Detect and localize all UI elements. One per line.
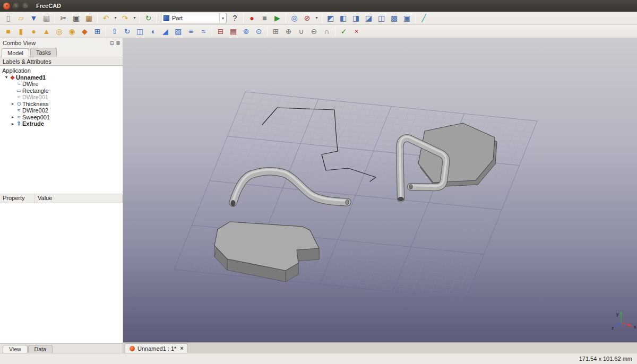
redo-menu-button[interactable]: ▾	[132, 12, 137, 24]
part-cut-button[interactable]: ⊖	[308, 25, 320, 37]
save-document-button[interactable]: ▼	[28, 12, 40, 24]
part-union-button[interactable]: ∪	[295, 25, 307, 37]
part-create-primitives-button[interactable]: ◆	[79, 25, 91, 37]
part-defeaturing-icon: ×	[354, 28, 358, 35]
tab-view[interactable]: View	[3, 345, 28, 353]
macro-record-button[interactable]: ●	[246, 12, 258, 24]
part-chamfer-button[interactable]: ◢	[159, 25, 171, 37]
chevron-down-icon[interactable]: ▾	[219, 13, 224, 23]
property-column-header[interactable]: Property	[0, 194, 35, 203]
tab-data[interactable]: Data	[28, 345, 53, 353]
part-mirror-button[interactable]: ◫	[134, 25, 146, 37]
part-sweep-button[interactable]: ≈	[197, 25, 210, 37]
tree-expand-icon[interactable]: ▾	[4, 75, 9, 80]
part-section-button[interactable]: ⊟	[214, 25, 227, 37]
model-tree[interactable]: Application▾◆Unnamed1≈DWire▭Rectangle≈DW…	[0, 66, 123, 194]
refresh-button[interactable]: ↻	[142, 12, 154, 24]
tree-item-sweep001[interactable]: ▸≈Sweep001	[0, 114, 123, 121]
value-column-header[interactable]: Value	[35, 194, 123, 203]
view-bottom-button[interactable]: ▩	[388, 12, 400, 24]
part-revolve-button[interactable]: ↻	[121, 25, 133, 37]
part-compound-button[interactable]: ⊞	[270, 25, 282, 37]
copy-button[interactable]: ▣	[70, 12, 82, 24]
undo-button[interactable]: ↶	[100, 12, 112, 24]
tab-model[interactable]: Model	[2, 48, 29, 57]
window-close-button[interactable]: ×	[3, 3, 10, 10]
extrude-icon: ⇧	[15, 121, 22, 126]
redo-button[interactable]: ↷	[119, 12, 131, 24]
part-check-geometry-button[interactable]: ✓	[338, 25, 350, 37]
workbench-selector[interactable]: Part ▾	[161, 13, 227, 23]
cut-button[interactable]: ✂	[57, 12, 70, 24]
part-create-primitives-icon: ◆	[82, 28, 88, 35]
part-cylinder-icon: ▮	[19, 28, 23, 35]
part-common-button[interactable]: ∩	[321, 25, 333, 37]
tree-item-thickness[interactable]: ▸⊙Thickness	[0, 101, 123, 108]
part-cone-button[interactable]: ▲	[40, 25, 53, 37]
part-torus-button[interactable]: ◎	[53, 25, 65, 37]
property-table-body[interactable]	[0, 203, 123, 343]
tab-tasks[interactable]: Tasks	[30, 48, 57, 57]
open-document-button[interactable]: ▱	[15, 12, 27, 24]
axes-indicator[interactable]: xyz	[612, 311, 636, 331]
part-fillet-button[interactable]: ◖	[147, 25, 159, 37]
print-button[interactable]: ▤	[40, 12, 53, 24]
new-document-button[interactable]: ▯	[2, 12, 14, 24]
window-maximize-button[interactable]: □	[22, 3, 29, 10]
part-toolbar-group: ■▮●▲◎◉◆⊞⇧↻◫◖◢▨≡≈⊟▤⊚⊙⊞⊕∪⊖∩✓×	[2, 25, 363, 37]
view-rear-button[interactable]: ◫	[375, 12, 388, 24]
part-box-button[interactable]: ■	[2, 25, 14, 37]
view-left-button[interactable]: ▣	[401, 12, 413, 24]
part-sphere-button[interactable]: ●	[28, 25, 40, 37]
toolbar-separator	[157, 13, 157, 23]
tree-item-rectangle[interactable]: ▭Rectangle	[0, 88, 123, 94]
window-minimize-button[interactable]: −	[13, 3, 20, 10]
part-thickness-button[interactable]: ⊙	[253, 25, 265, 37]
whats-this-button[interactable]: ?	[229, 12, 241, 24]
document-tab[interactable]: Unnamed1 : 1* ×	[125, 343, 188, 353]
paste-button[interactable]: ▦	[83, 12, 95, 24]
tree-item-dwire001[interactable]: ≈DWire001	[0, 94, 123, 101]
part-cylinder-button[interactable]: ▮	[15, 25, 27, 37]
part-tube-button[interactable]: ◉	[66, 25, 78, 37]
float-panel-icon[interactable]: ⊡	[110, 40, 114, 46]
part-shape-builder-button[interactable]: ⊞	[91, 25, 104, 37]
view-front-button[interactable]: ◧	[337, 12, 349, 24]
draw-style-menu-button[interactable]: ▾	[314, 12, 320, 24]
tree-item-dwire002[interactable]: ≈DWire002	[0, 107, 123, 114]
draw-style-button[interactable]: ⊘	[301, 12, 313, 24]
bent-tube[interactable]	[231, 170, 349, 206]
view-top-button[interactable]: ◨	[350, 12, 362, 24]
viewport-canvas[interactable]: xyz	[123, 38, 637, 342]
tree-expand-icon[interactable]: ▸	[10, 101, 15, 106]
tree-item-unnamed1[interactable]: ▾◆Unnamed1	[0, 74, 123, 81]
zoom-fit-all-button[interactable]: ◎	[288, 12, 300, 24]
macro-stop-button[interactable]: ■	[259, 12, 271, 24]
part-defeaturing-button[interactable]: ×	[350, 25, 363, 37]
extruded-solid[interactable]	[214, 222, 319, 282]
tree-item-dwire[interactable]: ≈DWire	[0, 81, 123, 88]
part-loft-button[interactable]: ≡	[185, 25, 197, 37]
part-ruled-surface-button[interactable]: ▨	[172, 25, 184, 37]
tree-item-extrude[interactable]: ▸⇧Extrude	[0, 120, 123, 127]
undo-menu-button[interactable]: ▾	[113, 12, 118, 24]
tree-item-application[interactable]: Application	[0, 67, 123, 74]
tree-expand-icon[interactable]: ▸	[10, 122, 15, 126]
tree-item-label: DWire	[22, 81, 39, 87]
tree-expand-icon[interactable]: ▸	[10, 115, 15, 119]
part-extrude-button[interactable]: ⇧	[108, 25, 120, 37]
macro-execute-button[interactable]: ▶	[271, 12, 283, 24]
part-cross-sections-button[interactable]: ▤	[227, 25, 239, 37]
view-right-button[interactable]: ◪	[363, 12, 375, 24]
part-chamfer-icon: ◢	[162, 28, 168, 35]
close-panel-icon[interactable]: ⊠	[116, 40, 120, 46]
draw-style-icon: ⊘	[304, 14, 311, 22]
part-cut-icon: ⊖	[311, 28, 317, 35]
measure-distance-button[interactable]: ╱	[418, 12, 430, 24]
document-tab-close-icon[interactable]: ×	[180, 345, 183, 351]
3d-viewport[interactable]: xyz	[123, 38, 637, 342]
combo-view-tabs: Model Tasks	[0, 47, 123, 57]
part-boolean-button[interactable]: ⊕	[282, 25, 295, 37]
part-offset-button[interactable]: ⊚	[240, 25, 252, 37]
view-isometric-button[interactable]: ◩	[324, 12, 337, 24]
